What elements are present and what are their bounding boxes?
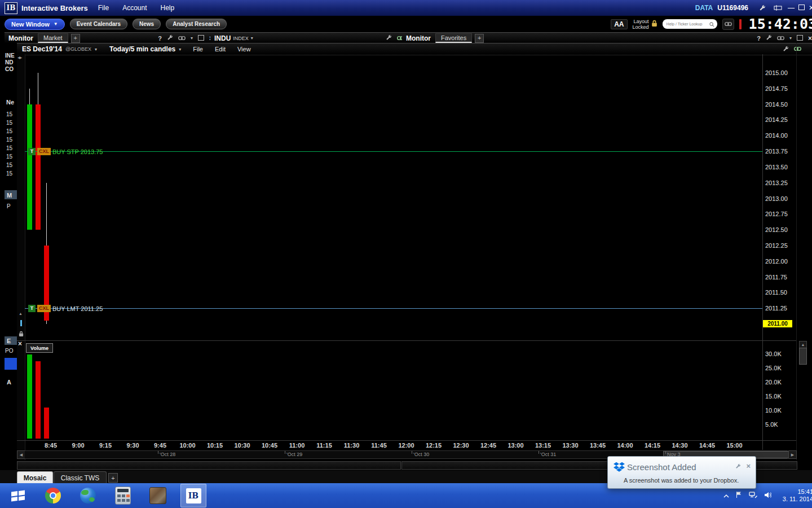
left-panel-fragment: 15 (6, 145, 12, 151)
time-axis-label: 11:00 (289, 442, 305, 449)
notification-close-icon[interactable]: × (746, 463, 751, 469)
scrollbar-date-label: 'Oct 28 (160, 452, 175, 457)
add-workspace-button[interactable]: + (108, 473, 118, 483)
time-axis-label: 10:00 (179, 442, 195, 449)
volume-axis-label: 5.0K (765, 421, 778, 428)
tray-date: 3. 11. 2014 (783, 496, 812, 503)
volume-bar (36, 361, 41, 439)
last-price-tag: 2011.00 (763, 320, 792, 327)
time-axis-label: 15:00 (726, 442, 742, 449)
ib-tws-taskbar-icon[interactable]: IB (180, 484, 206, 507)
time-axis-label: 13:30 (562, 442, 578, 449)
left-panel-fragment: INE (5, 52, 15, 59)
scrollbar-date-tick (158, 451, 158, 454)
tab-classic-tws[interactable]: Classic TWS (54, 471, 107, 484)
order-line (25, 151, 762, 152)
order-label-row: TCXLBUY STP 2013.75 (28, 148, 103, 155)
price-axis-label: 2014.25 (765, 116, 788, 123)
order-label-row: TCXLBUY LMT 2011.25 (28, 305, 103, 312)
chart-content-layer: 2015.002014.752014.502014.252014.002013.… (0, 0, 812, 508)
left-panel-fragment: 15 (6, 137, 12, 143)
price-axis-label: 2012.50 (765, 226, 788, 233)
price-axis-label: 2013.25 (765, 179, 788, 186)
candle-body (27, 104, 32, 230)
left-panel-fragment: A (7, 379, 11, 386)
left-panel-fragment: CO (5, 66, 14, 72)
price-axis-label: 2013.00 (765, 195, 788, 202)
time-axis-label: 11:30 (344, 442, 360, 449)
chrome-taskbar-icon[interactable] (41, 484, 65, 507)
notification-options-icon[interactable] (735, 461, 741, 471)
time-axis-label: 9:15 (99, 442, 112, 449)
order-description: BUY LMT 2011.25 (52, 305, 103, 312)
calculator-taskbar-icon[interactable] (111, 484, 135, 507)
image-viewer-taskbar-icon[interactable] (145, 484, 170, 507)
system-tray: 15:41 3. 11. 2014 (723, 488, 812, 503)
network-icon[interactable] (749, 491, 757, 501)
time-axis-label: 9:30 (126, 442, 139, 449)
volume-axis-label: 25.0K (765, 365, 782, 371)
action-center-icon[interactable] (736, 491, 742, 501)
volume-axis-label: 30.0K (765, 351, 782, 357)
tab-mosaic[interactable]: Mosaic (17, 471, 53, 484)
left-panel-fragment: 15 (6, 111, 12, 117)
time-axis-label: 13:00 (508, 442, 523, 449)
volume-bar (44, 408, 49, 439)
notification-title: Screenshot Added (627, 462, 696, 472)
price-axis-label: 2013.50 (765, 164, 788, 170)
time-axis-label: 8:45 (45, 442, 57, 449)
left-panel-fragment: Ne (6, 99, 14, 106)
price-axis-label: 2014.00 (765, 132, 788, 139)
time-axis-label: 10:45 (262, 442, 277, 449)
time-axis-label: 10:30 (234, 442, 250, 449)
left-panel-fragment: M (7, 192, 12, 199)
volume-icon[interactable] (764, 491, 771, 501)
time-axis-label: 14:15 (645, 442, 660, 449)
order-line (25, 308, 762, 309)
time-axis-label: 12:00 (398, 442, 414, 449)
time-axis-label: 12:30 (453, 442, 469, 449)
volume-axis-label: 10.0K (765, 407, 782, 414)
scrollbar-date-label: 'Oct 30 (413, 452, 429, 457)
tray-time: 15:41 (783, 488, 812, 496)
left-panel-fragment: ND (5, 59, 13, 65)
left-panel-fragment: E (7, 338, 11, 344)
tray-expand-icon[interactable] (723, 491, 729, 501)
price-axis-label: 2015.00 (765, 69, 788, 76)
price-axis-label: 2013.75 (765, 148, 788, 155)
price-axis-label: 2014.75 (765, 85, 788, 92)
time-axis-label: 11:15 (316, 442, 332, 449)
time-axis-label: 11:45 (371, 442, 387, 449)
start-button[interactable] (6, 484, 30, 507)
price-axis-label: 2011.50 (765, 289, 787, 296)
tray-clock[interactable]: 15:41 3. 11. 2014 (783, 488, 812, 503)
time-axis-label: 9:00 (72, 442, 84, 449)
time-axis-label: 14:00 (617, 442, 633, 449)
volume-axis-label: 15.0K (765, 393, 782, 400)
dropbox-notification[interactable]: Screenshot Added × A screenshot was adde… (607, 456, 756, 489)
price-axis-label: 2014.50 (765, 101, 788, 108)
scrollbar-date-tick (285, 451, 285, 454)
scrollbar-date-label: 'Oct 29 (286, 452, 302, 457)
windows-logo-icon (11, 490, 25, 501)
time-axis-label: 13:45 (590, 442, 606, 449)
transmit-order-button[interactable]: T (28, 305, 36, 312)
left-panel-fragment: P (7, 203, 11, 209)
scrollbar-date-label: 'Oct 31 (540, 452, 556, 457)
candle-body (36, 104, 41, 230)
left-panel-fragment: 15 (6, 162, 12, 168)
transmit-order-button[interactable]: T (28, 148, 36, 155)
price-axis-label: 2011.25 (765, 305, 787, 312)
time-axis-label: 12:15 (426, 442, 442, 449)
screen: IB Interactive Brokers File Account Help… (0, 0, 812, 508)
left-panel-fragment: 15 (6, 128, 12, 134)
cancel-order-button[interactable]: CXL (37, 148, 51, 155)
dropbox-icon (614, 462, 625, 472)
earth-browser-taskbar-icon[interactable] (76, 484, 100, 507)
time-axis-label: 13:15 (535, 442, 551, 449)
cancel-order-button[interactable]: CXL (37, 305, 51, 312)
order-description: BUY STP 2013.75 (52, 148, 103, 155)
left-panel-fragment: 15 (6, 154, 12, 160)
time-axis-label: 12:45 (480, 442, 496, 449)
scrollbar-date-tick (539, 451, 539, 454)
